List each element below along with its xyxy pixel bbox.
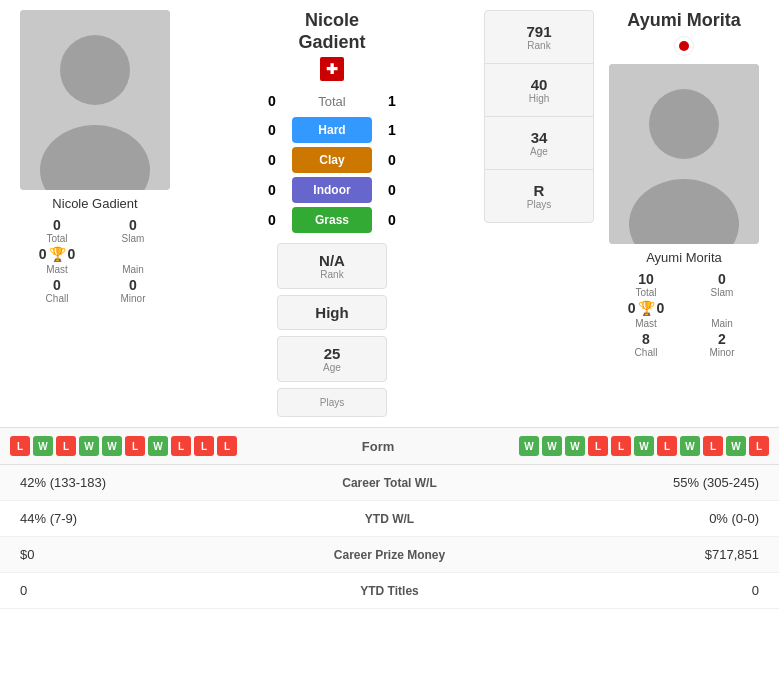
left-flag-ch: ✚ <box>320 57 344 81</box>
grass-left-score: 0 <box>262 212 282 228</box>
right-chall-label: Chall <box>609 347 683 358</box>
grass-badge: Grass <box>292 207 372 233</box>
right-player-avatar <box>609 64 759 244</box>
right-mast-label-box: Mast <box>609 318 683 329</box>
right-flag-container <box>674 36 694 56</box>
form-label: Form <box>362 439 395 454</box>
left-flag-container: ✚ <box>320 57 344 81</box>
ytd-wl-label: YTD W/L <box>220 512 559 526</box>
top-section: Nicole Gadient 0 Total 0 Slam 0 🏆 0 Mast <box>0 0 779 417</box>
left-minor-value: 0 <box>96 277 170 293</box>
right-high-value: 40 <box>493 76 585 93</box>
right-form-w1: W <box>519 436 539 456</box>
right-chall-box: 8 Chall <box>609 331 683 358</box>
right-mast-label: Mast <box>609 318 683 329</box>
hard-badge: Hard <box>292 117 372 143</box>
prize-right: $717,851 <box>559 547 759 562</box>
career-wl-label: Career Total W/L <box>220 476 559 490</box>
rank-label: Rank <box>286 269 378 280</box>
left-total-box: 0 Total <box>20 217 94 244</box>
right-player-stats-grid: 10 Total 0 Slam 0 🏆 0 Mast <box>609 271 759 358</box>
ytd-wl-right: 0% (0-0) <box>559 511 759 526</box>
right-mast-box: 0 🏆 0 <box>609 300 683 316</box>
left-form-w4: W <box>148 436 168 456</box>
right-minor-box: 2 Minor <box>685 331 759 358</box>
stats-row-ytd-wl: 44% (7-9) YTD W/L 0% (0-0) <box>0 501 779 537</box>
right-rank-box: 791 Rank <box>485 11 593 64</box>
ayumi-header: Ayumi Morita <box>627 10 740 64</box>
total-label: Total <box>292 94 372 109</box>
total-row: 0 Total 1 <box>262 93 402 109</box>
right-main-label-box: Main <box>685 318 759 329</box>
left-slam-box: 0 Slam <box>96 217 170 244</box>
right-plays-label: Plays <box>493 199 585 210</box>
left-mast-box: 0 🏆 0 <box>20 246 94 262</box>
form-section: L W L W W L W L L L Form W W W L L W L W… <box>0 427 779 465</box>
career-wl-right: 55% (305-245) <box>559 475 759 490</box>
right-player-card: Ayumi Morita Ayumi Mori <box>599 10 769 358</box>
left-center-name: NicoleGadient <box>298 10 365 53</box>
prize-label: Career Prize Money <box>220 548 559 562</box>
left-slam-value: 0 <box>96 217 170 233</box>
grass-right-score: 0 <box>382 212 402 228</box>
left-form-badges: L W L W W L W L L L <box>10 436 237 456</box>
prize-left: $0 <box>20 547 220 562</box>
right-rank-label: Rank <box>493 40 585 51</box>
right-age-label: Age <box>493 146 585 157</box>
high-value: High <box>286 304 378 321</box>
right-form-w4: W <box>634 436 654 456</box>
right-age-box: 34 Age <box>485 117 593 170</box>
age-value: 25 <box>286 345 378 362</box>
right-player-name: Ayumi Morita <box>646 250 722 265</box>
high-info-box: High <box>277 295 387 330</box>
total-score-left: 0 <box>262 93 282 109</box>
left-total-label: Total <box>20 233 94 244</box>
left-minor-box: 0 Minor <box>96 277 170 304</box>
right-form-l4: L <box>703 436 723 456</box>
left-player-avatar <box>20 10 170 190</box>
total-score-right: 1 <box>382 93 402 109</box>
right-age-value: 34 <box>493 129 585 146</box>
right-form-l5: L <box>749 436 769 456</box>
left-chall-value: 0 <box>20 277 94 293</box>
ytd-wl-left: 44% (7-9) <box>20 511 220 526</box>
right-flag-jp <box>674 36 694 56</box>
right-slam-label: Slam <box>685 287 759 298</box>
left-form-w1: W <box>33 436 53 456</box>
svg-point-1 <box>60 35 130 105</box>
right-form-l1: L <box>588 436 608 456</box>
titles-label: YTD Titles <box>220 584 559 598</box>
clay-badge: Clay <box>292 147 372 173</box>
left-slam-label: Slam <box>96 233 170 244</box>
career-wl-left: 42% (133-183) <box>20 475 220 490</box>
left-mast-label-box: Mast <box>20 264 94 275</box>
right-form-l2: L <box>611 436 631 456</box>
plays-info-box: Plays <box>277 388 387 417</box>
stats-rows: 42% (133-183) Career Total W/L 55% (305-… <box>0 465 779 609</box>
left-trophy-icon: 🏆 <box>49 246 66 262</box>
left-form-l1: L <box>10 436 30 456</box>
jp-dot <box>679 41 689 51</box>
right-section: 791 Rank 40 High 34 Age R Plays <box>484 10 769 358</box>
right-total-box: 10 Total <box>609 271 683 298</box>
left-main-value: 0 <box>68 246 76 262</box>
stats-row-prize: $0 Career Prize Money $717,851 <box>0 537 779 573</box>
left-form-l6: L <box>217 436 237 456</box>
stats-row-career-wl: 42% (133-183) Career Total W/L 55% (305-… <box>0 465 779 501</box>
right-high-box: 40 High <box>485 64 593 117</box>
clay-right-score: 0 <box>382 152 402 168</box>
rank-value: N/A <box>286 252 378 269</box>
indoor-badge: Indoor <box>292 177 372 203</box>
right-main-value: 0 <box>657 300 665 316</box>
right-plays-value: R <box>493 182 585 199</box>
right-form-badges: W W W L L W L W L W L <box>519 436 769 456</box>
left-minor-label: Minor <box>96 293 170 304</box>
right-minor-label: Minor <box>685 347 759 358</box>
left-main-label-box: Main <box>96 264 170 275</box>
left-mast-value: 0 <box>39 246 47 262</box>
right-slam-box: 0 Slam <box>685 271 759 298</box>
right-stats-panel: 791 Rank 40 High 34 Age R Plays <box>484 10 594 223</box>
left-form-w3: W <box>102 436 122 456</box>
left-player-name: Nicole Gadient <box>52 196 137 211</box>
right-form-w3: W <box>565 436 585 456</box>
